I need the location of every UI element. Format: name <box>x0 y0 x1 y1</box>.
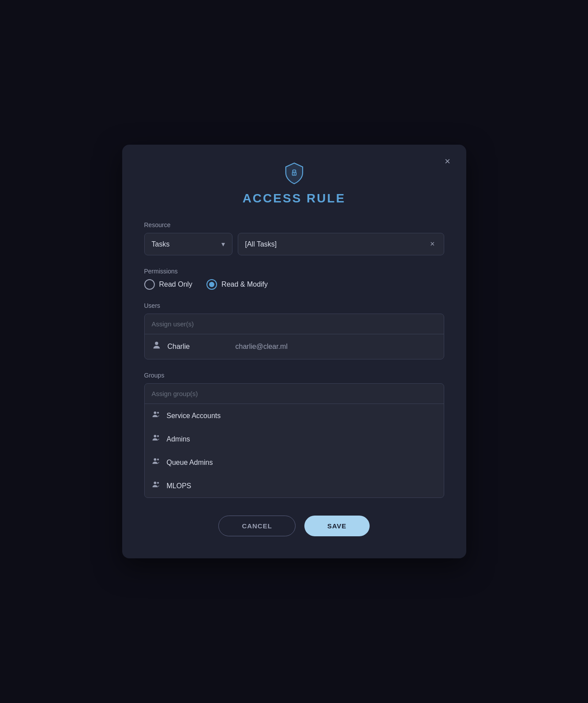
group-row[interactable]: Queue Admins <box>145 451 444 474</box>
svg-point-6 <box>157 412 159 414</box>
svg-point-9 <box>154 458 156 461</box>
resource-section: Resource Tasks ▾ [All Tasks] × <box>144 221 444 255</box>
close-button[interactable]: × <box>440 153 456 169</box>
groups-section: Groups Service Accounts <box>144 372 444 498</box>
group-icon <box>152 457 161 468</box>
resource-value-text: [All Tasks] <box>245 240 277 248</box>
cancel-button[interactable]: CANCEL <box>218 516 296 536</box>
radio-option-read-modify[interactable]: Read & Modify <box>206 279 268 290</box>
svg-point-2 <box>293 173 295 175</box>
user-row: Charlie charlie@clear.ml <box>145 334 444 359</box>
users-section: Users Charlie charlie@clear.ml <box>144 302 444 359</box>
group-row[interactable]: Admins <box>145 427 444 451</box>
user-name: Charlie <box>168 343 229 351</box>
group-row[interactable]: Service Accounts <box>145 404 444 427</box>
chevron-down-icon: ▾ <box>221 240 225 248</box>
svg-point-5 <box>154 411 156 414</box>
group-icon <box>152 480 161 491</box>
group-name: Admins <box>167 435 190 443</box>
resource-clear-button[interactable]: × <box>428 239 437 250</box>
group-name: MLOPS <box>167 482 191 490</box>
users-container: Charlie charlie@clear.ml <box>144 314 444 359</box>
resource-label: Resource <box>144 221 444 228</box>
group-name: Queue Admins <box>167 459 213 467</box>
radio-group: Read Only Read & Modify <box>144 279 444 290</box>
shield-icon <box>283 162 306 185</box>
group-name: Service Accounts <box>167 412 221 420</box>
permissions-section: Permissions Read Only Read & Modify <box>144 268 444 290</box>
radio-label-read-modify: Read & Modify <box>221 280 268 288</box>
svg-point-4 <box>155 342 158 345</box>
resource-type-value: Tasks <box>152 240 170 248</box>
groups-label: Groups <box>144 372 444 379</box>
save-button[interactable]: SAVE <box>304 516 370 536</box>
modal-dialog: × ACCESS RULE Resource Tasks ▾ [All Ta <box>122 145 466 558</box>
modal-header: ACCESS RULE <box>144 162 444 206</box>
svg-point-12 <box>157 482 159 484</box>
group-icon <box>152 434 161 445</box>
assign-groups-input[interactable] <box>145 384 444 404</box>
radio-label-read-only: Read Only <box>159 280 193 288</box>
user-email: charlie@clear.ml <box>236 343 288 351</box>
svg-point-10 <box>157 459 159 460</box>
radio-circle-read-only <box>144 279 155 290</box>
svg-point-7 <box>154 435 156 438</box>
group-row[interactable]: MLOPS <box>145 474 444 497</box>
assign-users-input[interactable] <box>145 314 444 334</box>
resource-row: Tasks ▾ [All Tasks] × <box>144 233 444 255</box>
resource-value-field: [All Tasks] × <box>238 233 444 255</box>
overlay: × ACCESS RULE Resource Tasks ▾ [All Ta <box>0 0 588 703</box>
user-icon <box>152 340 161 353</box>
radio-circle-read-modify <box>206 279 217 290</box>
svg-point-8 <box>157 435 159 437</box>
radio-option-read-only[interactable]: Read Only <box>144 279 193 290</box>
svg-point-11 <box>154 482 156 484</box>
groups-list: Service Accounts Admins Qu <box>145 404 444 497</box>
resource-type-select[interactable]: Tasks ▾ <box>144 233 232 255</box>
groups-container: Service Accounts Admins Qu <box>144 383 444 498</box>
buttons-row: CANCEL SAVE <box>144 516 444 536</box>
permissions-label: Permissions <box>144 268 444 275</box>
users-label: Users <box>144 302 444 309</box>
group-icon <box>152 410 161 421</box>
modal-title: ACCESS RULE <box>243 191 346 206</box>
